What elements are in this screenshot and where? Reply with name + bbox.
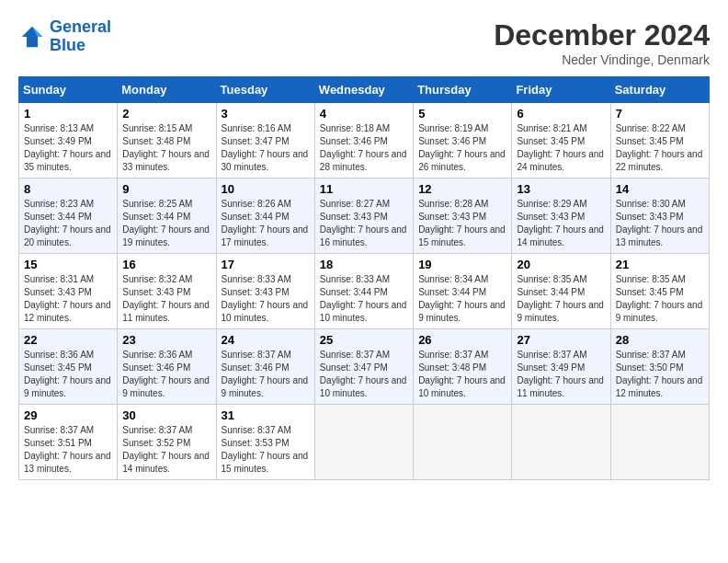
logo-text: General Blue <box>50 18 111 55</box>
day-number: 16 <box>122 258 210 271</box>
day-number: 1 <box>24 107 112 121</box>
calendar-week-3: 15Sunrise: 8:31 AMSunset: 3:43 PMDayligh… <box>19 254 710 329</box>
calendar-cell: 6Sunrise: 8:21 AMSunset: 3:45 PMDaylight… <box>512 103 610 178</box>
day-info: Sunrise: 8:37 AMSunset: 3:48 PMDaylight:… <box>418 349 506 400</box>
location: Neder Vindinge, Denmark <box>494 52 710 67</box>
day-info: Sunrise: 8:23 AMSunset: 3:44 PMDaylight:… <box>24 198 112 249</box>
day-number: 14 <box>616 182 704 196</box>
day-info: Sunrise: 8:27 AMSunset: 3:43 PMDaylight:… <box>320 198 408 249</box>
logo-line2: Blue <box>50 36 85 54</box>
calendar-cell: 8Sunrise: 8:23 AMSunset: 3:44 PMDaylight… <box>19 178 118 254</box>
calendar-cell: 14Sunrise: 8:30 AMSunset: 3:43 PMDayligh… <box>610 178 709 254</box>
day-info: Sunrise: 8:30 AMSunset: 3:43 PMDaylight:… <box>616 198 704 249</box>
calendar-cell: 11Sunrise: 8:27 AMSunset: 3:43 PMDayligh… <box>314 178 413 254</box>
calendar-cell: 22Sunrise: 8:36 AMSunset: 3:45 PMDayligh… <box>19 329 118 405</box>
day-number: 19 <box>418 258 506 271</box>
day-info: Sunrise: 8:35 AMSunset: 3:45 PMDaylight:… <box>616 273 704 325</box>
calendar-cell: 24Sunrise: 8:37 AMSunset: 3:46 PMDayligh… <box>216 329 314 405</box>
day-info: Sunrise: 8:37 AMSunset: 3:47 PMDaylight:… <box>320 349 408 400</box>
day-info: Sunrise: 8:28 AMSunset: 3:43 PMDaylight:… <box>418 198 506 249</box>
logo-icon <box>18 23 46 51</box>
day-info: Sunrise: 8:35 AMSunset: 3:44 PMDaylight:… <box>517 273 605 325</box>
calendar-cell: 1Sunrise: 8:13 AMSunset: 3:49 PMDaylight… <box>19 103 118 178</box>
day-number: 10 <box>222 182 310 196</box>
calendar-cell: 16Sunrise: 8:32 AMSunset: 3:43 PMDayligh… <box>118 254 216 329</box>
calendar-cell: 10Sunrise: 8:26 AMSunset: 3:44 PMDayligh… <box>216 178 314 254</box>
day-info: Sunrise: 8:13 AMSunset: 3:49 PMDaylight:… <box>24 122 112 174</box>
calendar-cell: 31Sunrise: 8:37 AMSunset: 3:53 PMDayligh… <box>216 405 314 480</box>
calendar-cell: 4Sunrise: 8:18 AMSunset: 3:46 PMDaylight… <box>314 103 413 178</box>
calendar-cell <box>512 405 610 480</box>
day-number: 31 <box>222 408 310 422</box>
day-info: Sunrise: 8:33 AMSunset: 3:43 PMDaylight:… <box>222 273 310 325</box>
calendar-cell: 5Sunrise: 8:19 AMSunset: 3:46 PMDaylight… <box>414 103 512 178</box>
calendar-week-2: 8Sunrise: 8:23 AMSunset: 3:44 PMDaylight… <box>19 178 710 254</box>
day-number: 30 <box>122 408 210 422</box>
calendar-cell <box>610 405 709 480</box>
column-header-sunday: Sunday <box>19 77 118 103</box>
day-number: 25 <box>320 333 408 347</box>
day-number: 11 <box>320 182 408 196</box>
calendar-cell: 23Sunrise: 8:36 AMSunset: 3:46 PMDayligh… <box>118 329 216 405</box>
calendar-week-5: 29Sunrise: 8:37 AMSunset: 3:51 PMDayligh… <box>19 405 710 480</box>
calendar-cell: 25Sunrise: 8:37 AMSunset: 3:47 PMDayligh… <box>314 329 413 405</box>
day-number: 2 <box>122 107 210 121</box>
day-number: 26 <box>418 333 506 347</box>
day-info: Sunrise: 8:37 AMSunset: 3:50 PMDaylight:… <box>616 349 704 400</box>
day-number: 8 <box>24 182 112 196</box>
day-number: 6 <box>517 107 605 121</box>
day-info: Sunrise: 8:25 AMSunset: 3:44 PMDaylight:… <box>122 198 210 249</box>
day-number: 12 <box>418 182 506 196</box>
day-number: 7 <box>616 107 704 121</box>
day-number: 29 <box>24 408 112 422</box>
day-info: Sunrise: 8:21 AMSunset: 3:45 PMDaylight:… <box>517 122 605 174</box>
day-info: Sunrise: 8:22 AMSunset: 3:45 PMDaylight:… <box>616 122 704 174</box>
calendar-cell: 9Sunrise: 8:25 AMSunset: 3:44 PMDaylight… <box>118 178 216 254</box>
day-number: 18 <box>320 258 408 271</box>
day-number: 4 <box>320 107 408 121</box>
column-header-monday: Monday <box>118 77 216 103</box>
calendar-cell: 29Sunrise: 8:37 AMSunset: 3:51 PMDayligh… <box>19 405 118 480</box>
logo-line1: General <box>50 17 111 36</box>
day-number: 23 <box>122 333 210 347</box>
calendar-header-row: SundayMondayTuesdayWednesdayThursdayFrid… <box>19 77 710 103</box>
month-title: December 2024 <box>494 18 710 52</box>
day-info: Sunrise: 8:37 AMSunset: 3:49 PMDaylight:… <box>517 349 605 400</box>
day-number: 20 <box>517 258 605 271</box>
calendar-cell: 13Sunrise: 8:29 AMSunset: 3:43 PMDayligh… <box>512 178 610 254</box>
column-header-friday: Friday <box>512 77 610 103</box>
calendar-cell: 28Sunrise: 8:37 AMSunset: 3:50 PMDayligh… <box>610 329 709 405</box>
day-info: Sunrise: 8:37 AMSunset: 3:53 PMDaylight:… <box>222 424 310 476</box>
column-header-saturday: Saturday <box>610 77 709 103</box>
calendar-table: SundayMondayTuesdayWednesdayThursdayFrid… <box>18 76 710 480</box>
day-info: Sunrise: 8:37 AMSunset: 3:51 PMDaylight:… <box>24 424 112 476</box>
day-number: 28 <box>616 333 704 347</box>
calendar-cell: 21Sunrise: 8:35 AMSunset: 3:45 PMDayligh… <box>610 254 709 329</box>
day-info: Sunrise: 8:31 AMSunset: 3:43 PMDaylight:… <box>24 273 112 325</box>
day-number: 22 <box>24 333 112 347</box>
day-number: 27 <box>517 333 605 347</box>
calendar-cell: 17Sunrise: 8:33 AMSunset: 3:43 PMDayligh… <box>216 254 314 329</box>
day-number: 17 <box>222 258 310 271</box>
day-number: 3 <box>222 107 310 121</box>
day-info: Sunrise: 8:32 AMSunset: 3:43 PMDaylight:… <box>122 273 210 325</box>
calendar-cell: 7Sunrise: 8:22 AMSunset: 3:45 PMDaylight… <box>610 103 709 178</box>
column-header-tuesday: Tuesday <box>216 77 314 103</box>
day-info: Sunrise: 8:37 AMSunset: 3:46 PMDaylight:… <box>222 349 310 400</box>
day-info: Sunrise: 8:34 AMSunset: 3:44 PMDaylight:… <box>418 273 506 325</box>
calendar-cell: 19Sunrise: 8:34 AMSunset: 3:44 PMDayligh… <box>414 254 512 329</box>
calendar-cell: 20Sunrise: 8:35 AMSunset: 3:44 PMDayligh… <box>512 254 610 329</box>
calendar-cell <box>414 405 512 480</box>
day-info: Sunrise: 8:15 AMSunset: 3:48 PMDaylight:… <box>122 122 210 174</box>
day-number: 9 <box>122 182 210 196</box>
column-header-wednesday: Wednesday <box>314 77 413 103</box>
calendar-cell <box>314 405 413 480</box>
calendar-cell: 2Sunrise: 8:15 AMSunset: 3:48 PMDaylight… <box>118 103 216 178</box>
day-info: Sunrise: 8:33 AMSunset: 3:44 PMDaylight:… <box>320 273 408 325</box>
day-info: Sunrise: 8:16 AMSunset: 3:47 PMDaylight:… <box>222 122 310 174</box>
calendar-cell: 15Sunrise: 8:31 AMSunset: 3:43 PMDayligh… <box>19 254 118 329</box>
page-header: General Blue December 2024 Neder Vinding… <box>18 18 710 67</box>
day-info: Sunrise: 8:29 AMSunset: 3:43 PMDaylight:… <box>517 198 605 249</box>
calendar-cell: 27Sunrise: 8:37 AMSunset: 3:49 PMDayligh… <box>512 329 610 405</box>
day-info: Sunrise: 8:19 AMSunset: 3:46 PMDaylight:… <box>418 122 506 174</box>
